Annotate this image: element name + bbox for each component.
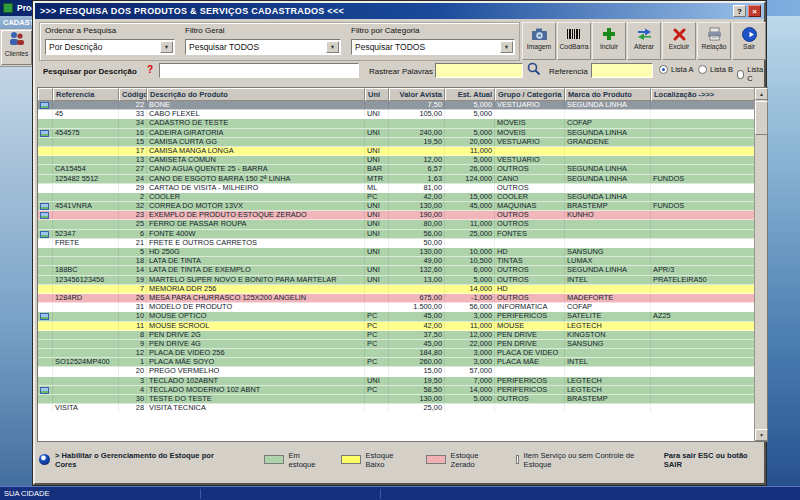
lista-c-radio[interactable]: Lista C — [737, 65, 765, 83]
search-icon[interactable] — [527, 62, 541, 80]
scroll-up-icon[interactable]: ▲ — [755, 88, 768, 100]
column-header[interactable]: Marca do Produto — [565, 88, 651, 101]
cell-ref — [53, 138, 119, 146]
cell-price: 105,00 — [389, 110, 445, 118]
table-row[interactable]: 23EXEMPLO DE PRODUTO ESTOQUE ZERADOUNI19… — [38, 211, 754, 220]
search-desc-input[interactable] — [159, 63, 359, 78]
chevron-down-icon[interactable]: ▼ — [326, 41, 339, 53]
status-separator — [380, 489, 381, 499]
cell-ref — [53, 101, 119, 109]
table-row[interactable]: 2COOLERPC42,0015,000COOLERSEGUNDA LINHA — [38, 193, 754, 202]
cell-desc: VISITA TECNICA — [147, 404, 365, 412]
cell-stock: 5,000 — [445, 110, 495, 118]
column-header[interactable]: Descrição do Produto — [147, 88, 365, 101]
close-button[interactable]: × — [748, 5, 761, 17]
table-row[interactable]: 20PREGO VERMELHO15,0057,000 — [38, 367, 754, 376]
table-row[interactable]: 22BONE7,505,000VESTUARIOSEGUNDA LINHA — [38, 101, 754, 110]
column-header[interactable]: Uni — [365, 88, 389, 101]
column-header[interactable]: Est. Atual — [445, 88, 495, 101]
table-row[interactable]: 523476FONTE 400WUNI56,0025,000FONTES — [38, 230, 754, 239]
table-row[interactable]: 1284RD26MESA PARA CHURRASCO 125X200 ANGE… — [38, 294, 754, 303]
table-row[interactable]: 4TECLADO MODERNO 102 ABNTPC58,5014,000PE… — [38, 386, 754, 395]
column-header[interactable]: Valor Avista — [389, 88, 445, 101]
incluir-button[interactable]: Incluir — [592, 22, 626, 60]
codbarra-button[interactable]: CodBarra — [557, 22, 591, 60]
table-row[interactable]: 34CADASTRO DE TESTEMÓVEISCOFAP — [38, 119, 754, 128]
general-filter-select[interactable]: Pesquisar TODOS ▼ — [185, 39, 341, 55]
scrollbar-thumb[interactable] — [755, 101, 768, 135]
cell-group: OUTROS — [495, 276, 565, 284]
cell-brand: SATELITE — [565, 312, 651, 320]
cell-brand: INTEL — [565, 358, 651, 366]
cell-price: 58,50 — [389, 386, 445, 394]
cell-price: 13,00 — [389, 276, 445, 284]
cell-ref — [53, 119, 119, 127]
table-row[interactable]: 13CAMISETA COMUNUNI12,005,000VESTUARIO — [38, 156, 754, 165]
dialog-titlebar[interactable]: >>> PESQUISA DOS PRODUTOS & SERVIÇOS CAD… — [35, 3, 764, 19]
referencia-input[interactable] — [591, 63, 653, 78]
clientes-button[interactable]: Clientes — [1, 30, 32, 65]
table-row[interactable]: 4541VNRA32CORREA DO MOTOR 13VXUNI130,004… — [38, 202, 754, 211]
table-row[interactable]: 45457516CADEIRA GIRATORIAUNI240,005,000M… — [38, 129, 754, 138]
cell-price: 42,00 — [389, 193, 445, 201]
table-body[interactable]: 22BONE7,505,000VESTUARIOSEGUNDA LINHA453… — [38, 101, 754, 441]
cell-image — [38, 211, 53, 219]
cell-image — [38, 395, 53, 403]
cell-price: 50,00 — [389, 239, 445, 247]
table-row[interactable]: 5HD 250GUNI130,0010,000HDSANSUNG — [38, 248, 754, 257]
table-row[interactable]: 10MOUSE OPTICOPC45,003,000PERIFERICOSSAT… — [38, 312, 754, 321]
table-row[interactable]: 188BC14LATA DE TINTA DE EXEMPLOUNI132,60… — [38, 266, 754, 275]
table-row[interactable]: 17CAMISA MANGA LONGAUNI11,000 — [38, 147, 754, 156]
column-header[interactable]: Localização ->>> — [651, 88, 754, 101]
table-row[interactable]: SO12524MP4001PLACA MÃE SOYOPC260,003,000… — [38, 358, 754, 367]
app-icon — [3, 3, 13, 13]
stock-colors-toggle-icon[interactable] — [39, 454, 50, 465]
table-row[interactable]: 7MEMÓRIA DDR 25614,000HD — [38, 285, 754, 294]
table-scrollbar[interactable]: ▲ ▼ — [754, 88, 767, 441]
low-stock-label: Estoque Baixo — [366, 451, 413, 469]
table-row[interactable]: 15CAMISA CURTA GG19,5020,000VESTUARIOGRA… — [38, 138, 754, 147]
chevron-down-icon[interactable]: ▼ — [160, 41, 173, 53]
table-row[interactable]: FRETE21FRETE E OUTROS CARRETOS50,00 — [38, 239, 754, 248]
table-row[interactable]: 25FERRO DE PASSAR ROUPAUNI80,0011,000OUT… — [38, 220, 754, 229]
category-filter-select[interactable]: Pesquisar TODOS ▼ — [351, 39, 515, 55]
excluir-button[interactable]: Excluir — [662, 22, 696, 60]
lista-a-radio[interactable]: Lista A — [659, 65, 694, 74]
scroll-down-icon[interactable]: ▼ — [755, 429, 768, 441]
table-row[interactable]: 9PEN DRIVE 4GPC45,0022,000PEN DRIVESANSU… — [38, 340, 754, 349]
help-button[interactable]: ? — [733, 5, 746, 17]
cell-group: OUTROS — [495, 395, 565, 403]
cell-uni: UNI — [365, 230, 389, 238]
table-row[interactable]: 31MODELO DE PRODUTO1.500,0056,000INFORMA… — [38, 303, 754, 312]
order-select[interactable]: Por Descrição ▼ — [45, 39, 175, 55]
column-header[interactable] — [38, 88, 53, 101]
relacao-button[interactable]: Relação — [697, 22, 731, 60]
cell-uni — [365, 101, 389, 109]
imagem-button[interactable]: Imagem — [522, 22, 556, 60]
column-header[interactable]: Grupo / Categoria — [495, 88, 565, 101]
cell-brand — [565, 367, 651, 375]
table-row[interactable]: 12PLACA DE VIDEO 256184,803,000PLACA DE … — [38, 349, 754, 358]
lista-b-radio[interactable]: Lista B — [698, 65, 733, 74]
alterar-button[interactable]: Alterar — [627, 22, 661, 60]
chevron-down-icon[interactable]: ▼ — [500, 41, 513, 53]
stock-legend: > Habilitar o Gerenciamento do Estoque p… — [39, 451, 764, 468]
table-row[interactable]: 3TECLADO 102ABNTUNI19,507,000PERIFERICOS… — [38, 377, 754, 386]
table-row[interactable]: 18LATA DE TINTA49,0010,500TINTASLUMAX — [38, 257, 754, 266]
table-row[interactable]: 8PEN DRIVE 2GPC37,5012,000PEN DRIVEKINGS… — [38, 331, 754, 340]
words-label: Rastrear Palavras — [369, 67, 433, 76]
table-row[interactable]: 125482 551224CANO DE ESGOTO BARRA 150 2ª… — [38, 175, 754, 184]
table-row[interactable]: 12345612345619MARTELO SUPER NOVO E BONIT… — [38, 276, 754, 285]
cell-code: 14 — [119, 266, 147, 274]
cell-group — [495, 367, 565, 375]
words-input[interactable] — [435, 63, 523, 78]
column-header[interactable]: Referencia — [53, 88, 119, 101]
table-row[interactable]: 29CARTAO DE VISITA - MILHEIROML81,00OUTR… — [38, 184, 754, 193]
table-row[interactable]: VISITA28VISITA TECNICA25,00 — [38, 404, 754, 413]
table-row[interactable]: 11MOUSE SCROOLPC42,0011,000MOUSELEGTECH — [38, 322, 754, 331]
sair-button[interactable]: Sair — [732, 22, 766, 60]
column-header[interactable]: Código — [119, 88, 147, 101]
table-row[interactable]: CA1545427CANO AGUA QUENTE 25 - BARRABAR6… — [38, 165, 754, 174]
table-row[interactable]: 30TESTE DO TESTE130,005,000OUTROSBRASTEM… — [38, 395, 754, 404]
table-row[interactable]: 4533CABO FLEXELUNI105,005,000 — [38, 110, 754, 119]
